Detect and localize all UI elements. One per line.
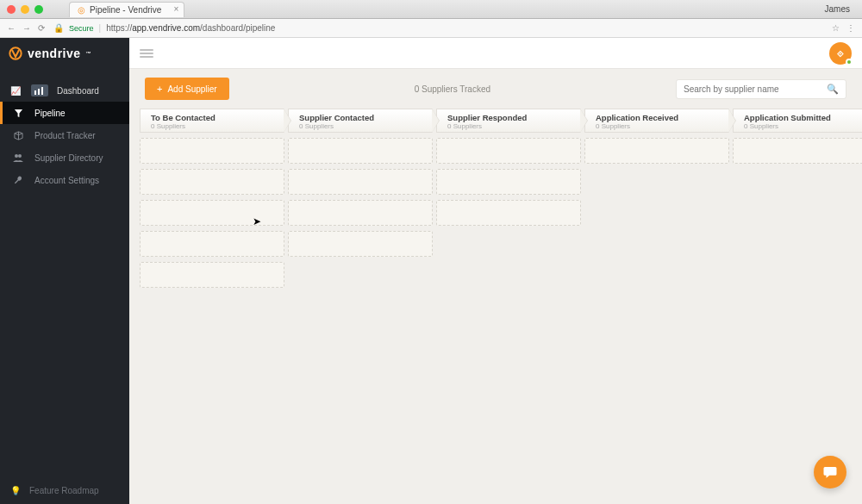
online-status-dot	[846, 59, 853, 65]
sidebar-item-feature-roadmap[interactable]: 💡 Feature Roadmap	[0, 477, 129, 504]
stage-header[interactable]: Application Submitted0 Suppliers	[733, 109, 862, 133]
browser-menu-icon[interactable]: ⋮	[846, 23, 855, 33]
url-text: https://app.vendrive.com/dashboard/pipel…	[106, 23, 275, 33]
stage-body	[584, 138, 729, 164]
empty-card-slot[interactable]	[584, 138, 729, 164]
box-icon	[10, 129, 26, 141]
lightbulb-icon: 💡	[10, 486, 21, 495]
stage-header[interactable]: Supplier Contacted0 Suppliers	[288, 109, 433, 133]
svg-rect-3	[41, 87, 43, 95]
sidebar-item-product-tracker[interactable]: Product Tracker	[0, 124, 129, 146]
sidebar-item-label: Supplier Directory	[34, 153, 103, 163]
bar-chart-icon	[31, 84, 48, 96]
browser-titlebar: ◎ Pipeline - Vendrive × James	[0, 0, 862, 19]
wrench-icon	[10, 174, 26, 186]
browser-reload-icon[interactable]: ⟳	[38, 23, 45, 33]
empty-card-slot[interactable]	[140, 169, 284, 195]
svg-point-4	[15, 154, 18, 158]
window-close-icon[interactable]	[7, 5, 16, 14]
stage-title: Supplier Responded	[447, 113, 573, 122]
svg-rect-1	[34, 90, 36, 95]
svg-point-5	[18, 154, 22, 158]
window-controls	[7, 5, 43, 14]
search-icon[interactable]: 🔍	[827, 84, 839, 95]
stage-title: Supplier Contacted	[299, 113, 425, 122]
empty-card-slot[interactable]	[140, 262, 284, 288]
stage-count: 0 Suppliers	[447, 122, 573, 130]
stage-count: 0 Suppliers	[299, 122, 425, 130]
stage-header[interactable]: Application Received0 Suppliers	[584, 109, 729, 133]
stage-body	[436, 138, 581, 226]
sidebar-item-dashboard[interactable]: 📈 Dashboard	[0, 79, 129, 102]
browser-tab[interactable]: ◎ Pipeline - Vendrive ×	[69, 2, 184, 17]
window-minimize-icon[interactable]	[21, 5, 29, 14]
avatar-logo-icon: ⟐	[837, 47, 844, 59]
empty-card-slot[interactable]	[733, 138, 862, 164]
topbar: ⟐	[129, 38, 862, 69]
pipeline-stage: Supplier Contacted0 Suppliers	[288, 109, 433, 288]
sidebar-item-label: Account Settings	[34, 176, 99, 185]
pipeline-stage: Supplier Responded0 Suppliers	[436, 109, 581, 288]
browser-forward-icon[interactable]: →	[22, 23, 31, 33]
sidebar-item-label: Pipeline	[34, 109, 66, 118]
stage-header[interactable]: Supplier Responded0 Suppliers	[436, 109, 581, 133]
lock-icon: 🔒	[53, 23, 64, 33]
secure-label: Secure	[69, 24, 94, 33]
pipeline-stage: Application Received0 Suppliers	[584, 109, 729, 288]
browser-toolbar: ← → ⟳ 🔒 Secure | https://app.vendrive.co…	[0, 19, 862, 38]
empty-card-slot[interactable]	[288, 200, 433, 226]
stage-title: To Be Contacted	[151, 113, 277, 122]
empty-card-slot[interactable]	[140, 200, 284, 226]
stage-title: Application Submitted	[744, 113, 862, 122]
tab-close-icon[interactable]: ×	[174, 4, 179, 14]
users-icon	[10, 152, 26, 164]
svg-rect-2	[38, 89, 40, 95]
stage-title: Application Received	[596, 113, 721, 122]
brand-logo[interactable]: vendrive™	[0, 38, 129, 69]
sidebar-item-pipeline[interactable]: Pipeline	[0, 102, 129, 124]
search-box[interactable]: 🔍	[676, 79, 846, 99]
sidebar-item-label: Dashboard	[57, 86, 99, 96]
stage-body	[288, 138, 433, 257]
add-supplier-button[interactable]: + Add Supplier	[145, 78, 229, 100]
add-supplier-label: Add Supplier	[167, 84, 216, 94]
pipeline-stage: To Be Contacted0 Suppliers	[140, 109, 284, 288]
browser-profile-name[interactable]: James	[825, 4, 850, 14]
stage-body	[140, 138, 284, 288]
vendrive-logo-icon	[9, 47, 22, 60]
stage-count: 0 Suppliers	[596, 122, 721, 130]
browser-back-icon[interactable]: ←	[7, 23, 16, 33]
empty-card-slot[interactable]	[288, 169, 433, 195]
sidebar-item-account-settings[interactable]: Account Settings	[0, 169, 129, 191]
tab-title: Pipeline - Vendrive	[90, 5, 161, 15]
search-input[interactable]	[684, 84, 827, 94]
empty-card-slot[interactable]	[436, 200, 581, 226]
empty-card-slot[interactable]	[288, 138, 433, 164]
empty-card-slot[interactable]	[436, 138, 581, 164]
empty-card-slot[interactable]	[140, 231, 284, 257]
stage-count: 0 Suppliers	[744, 122, 862, 130]
suppliers-tracked-count: 0 Suppliers Tracked	[240, 84, 665, 94]
stage-count: 0 Suppliers	[151, 122, 277, 130]
brand-name: vendrive	[28, 47, 81, 60]
empty-card-slot[interactable]	[288, 231, 433, 257]
chart-icon: 📈	[10, 86, 22, 96]
sidebar-item-label: Feature Roadmap	[29, 486, 99, 495]
chat-launcher-button[interactable]	[814, 456, 846, 488]
stage-header[interactable]: To Be Contacted0 Suppliers	[140, 109, 284, 133]
browser-address-bar[interactable]: 🔒 Secure | https://app.vendrive.com/dash…	[53, 23, 823, 33]
empty-card-slot[interactable]	[436, 169, 581, 195]
filter-icon	[10, 107, 26, 119]
browser-star-icon[interactable]: ☆	[832, 23, 840, 33]
plus-icon: +	[157, 84, 162, 94]
menu-toggle-icon[interactable]	[140, 49, 153, 58]
chat-icon	[822, 464, 838, 480]
tab-favicon-icon: ◎	[77, 5, 85, 14]
window-maximize-icon[interactable]	[34, 5, 43, 14]
sidebar-item-supplier-directory[interactable]: Supplier Directory	[0, 146, 129, 169]
sidebar-item-label: Product Tracker	[34, 131, 96, 140]
empty-card-slot[interactable]	[140, 138, 284, 164]
pipeline-stage: Application Submitted0 Suppliers	[733, 109, 862, 288]
user-avatar[interactable]: ⟐	[829, 42, 852, 65]
pipeline-board: To Be Contacted0 SuppliersSupplier Conta…	[129, 109, 862, 296]
